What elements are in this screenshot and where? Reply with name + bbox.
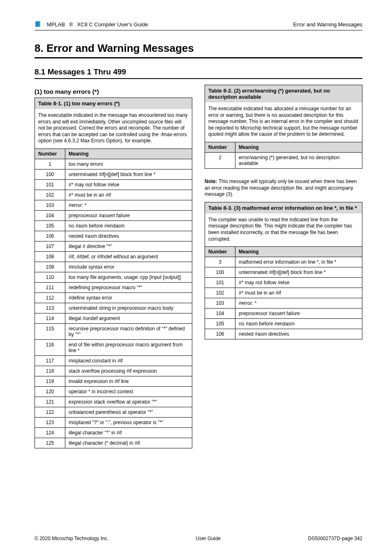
table-row: 111redefining preprocessor macro "*" (35, 282, 192, 292)
cell-number: 106 (35, 231, 65, 241)
cell-meaning: #* may not follow #else (235, 278, 362, 288)
cell-meaning: invalid expression in #if line (65, 376, 192, 386)
table-row: 106nested #asm directives (35, 231, 192, 241)
table-row: 108#if, #ifdef, or #ifndef without an ar… (35, 251, 192, 262)
cell-number: 101 (205, 278, 235, 288)
table-row: 101#* may not follow #else (205, 278, 362, 288)
cell-meaning: #error: * (65, 200, 192, 210)
cell-number: 118 (35, 366, 65, 376)
cell-meaning: illegal character (* decimal) in #if (65, 438, 192, 448)
cell-meaning: misplaced constant in #if (65, 355, 192, 366)
cell-number: 108 (35, 251, 65, 262)
cell-meaning: #define syntax error (65, 292, 192, 303)
table-row: 109#include syntax error (35, 262, 192, 272)
header-right: Error and Warning Messages (293, 21, 362, 28)
cell-number: 119 (35, 376, 65, 386)
table-row: 110too many file arguments; usage: cpp [… (35, 272, 192, 282)
subsection-title: 8.1 Messages 1 Thru 499 (35, 67, 362, 79)
cell-meaning: no #asm before #endasm (65, 220, 192, 231)
table-row: 103#error: * (205, 298, 362, 309)
footer-doc-type: User Guide (196, 536, 221, 541)
cell-number: 1 (35, 159, 65, 169)
table-row: 1too many errors (35, 159, 192, 169)
table-row: 114illegal #undef argument (35, 313, 192, 323)
cell-number: 103 (205, 298, 235, 309)
cell-number: 106 (205, 329, 235, 339)
header-title-2: XC8 C Compiler User's Guide (77, 21, 148, 28)
col-meaning: Meaning (235, 142, 362, 152)
cell-meaning: unterminated #if[n][def] block from line… (65, 169, 192, 179)
cell-number: 122 (35, 407, 65, 417)
table-row: 100unterminated #if[n][def] block from l… (35, 169, 192, 179)
cell-number: 121 (35, 397, 65, 407)
table-row: 112#define syntax error (35, 292, 192, 303)
table-row: 117misplaced constant in #if (35, 355, 192, 366)
cell-number: 102 (205, 288, 235, 298)
cell-meaning: illegal #undef argument (65, 313, 192, 323)
table-row: 3malformed error information on line *, … (205, 257, 362, 267)
cell-number: 109 (35, 262, 65, 272)
cell-meaning: unterminated string in preprocessor macr… (65, 303, 192, 313)
cell-number: 2 (205, 152, 235, 168)
cell-meaning: preprocessor #assert failure (235, 309, 362, 319)
cell-number: 104 (35, 210, 65, 220)
table-header-row: Number Meaning (205, 142, 362, 152)
table-3: Number Meaning 3malformed error informat… (205, 246, 362, 339)
table-row: 120operator * in incorrect context (35, 386, 192, 397)
table-row: 124illegal character "*" in #if (35, 427, 192, 438)
cell-number: 123 (35, 417, 65, 427)
cell-number: 117 (35, 355, 65, 366)
footer-copyright: © 2020 Microchip Technology Inc. (35, 536, 108, 541)
table-row: 125illegal character (* decimal) in #if (35, 438, 192, 448)
table-row: 106nested #asm directives (205, 329, 362, 339)
col-number: Number (35, 149, 65, 159)
cell-meaning: too many file arguments; usage: cpp [inp… (65, 272, 192, 282)
cell-meaning: unterminated #if[n][def] block from line… (235, 267, 362, 278)
page-footer: © 2020 Microchip Technology Inc. User Gu… (35, 536, 362, 541)
table-row: 123misplaced "?" or ":", previous operat… (35, 417, 192, 427)
note-text: This message will typically only be issu… (205, 179, 357, 197)
table-desc-1: The executable indicated in the message … (35, 109, 192, 149)
cell-number: 110 (35, 272, 65, 282)
cell-number: 112 (35, 292, 65, 303)
column-right: Table 8-2. (2) error/warning (*) generat… (205, 85, 362, 349)
table-header-row: Number Meaning (205, 247, 362, 257)
col-meaning: Meaning (235, 247, 362, 257)
cell-number: 104 (205, 309, 235, 319)
col-number: Number (205, 247, 235, 257)
table-row: 113unterminated string in preprocessor m… (35, 303, 192, 313)
cell-number: 100 (205, 267, 235, 278)
book-icon: 📘 (35, 21, 41, 27)
cell-meaning: operator * in incorrect context (65, 386, 192, 397)
cell-meaning: misplaced "?" or ":", previous operator … (65, 417, 192, 427)
table-row: 104preprocessor #assert failure (205, 309, 362, 319)
cell-meaning: malformed error information on line *, i… (235, 257, 362, 267)
cell-meaning: #* may not follow #else (65, 179, 192, 190)
cell-number: 113 (35, 303, 65, 313)
cell-meaning: illegal character "*" in #if (65, 427, 192, 438)
cell-meaning: #* must be in an #if (65, 190, 192, 200)
cell-meaning: redefining preprocessor macro "*" (65, 282, 192, 292)
table-header-row: Number Meaning (35, 149, 192, 159)
table-row: 102#* must be in an #if (35, 190, 192, 200)
table-row: 118stack overflow processing #if express… (35, 366, 192, 376)
table-row: 119invalid expression in #if line (35, 376, 192, 386)
cell-number: 120 (35, 386, 65, 397)
cell-meaning: #include syntax error (65, 262, 192, 272)
table-desc-2: The executable indicated has allocated a… (205, 102, 362, 142)
table-row: 104preprocessor #assert failure (35, 210, 192, 220)
cell-number: 125 (35, 438, 65, 448)
cell-number: 115 (35, 323, 65, 339)
table-row: 103#error: * (35, 200, 192, 210)
cell-meaning: no #asm before #endasm (235, 319, 362, 329)
table-row: 2error/warning (*) generated, but no des… (205, 152, 362, 168)
column-left: (1) too many errors (*) Table 8-1. (1) t… (35, 85, 192, 458)
cell-number: 107 (35, 241, 65, 251)
cell-number: 105 (205, 319, 235, 329)
table-row: 107illegal # directive "*" (35, 241, 192, 251)
cell-meaning: recursive preprocessor macro definition … (65, 323, 192, 339)
table-row: 122unbalanced parenthesis at operator "*… (35, 407, 192, 417)
cell-number: 111 (35, 282, 65, 292)
cell-meaning: nested #asm directives (65, 231, 192, 241)
footer-page-number: DS50002737D-page 342 (308, 536, 362, 541)
